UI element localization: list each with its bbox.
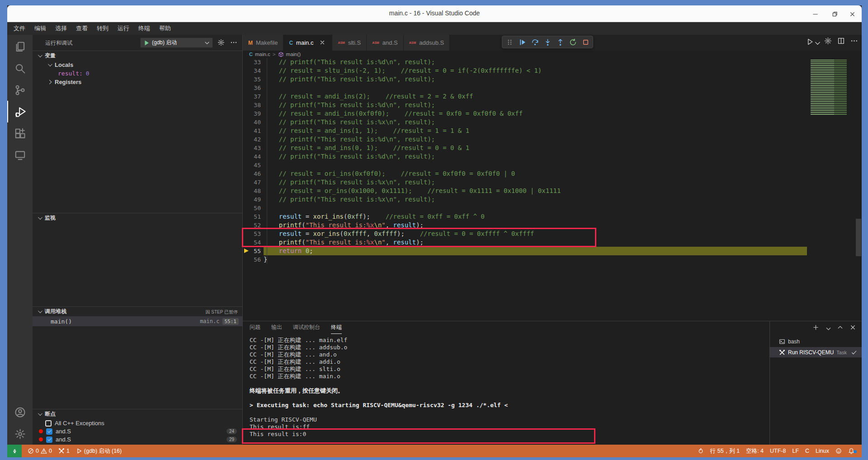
line-number[interactable]: 49 [251, 195, 261, 204]
breakpoint-gutter[interactable] [243, 178, 251, 187]
menu-item[interactable]: 运行 [113, 22, 134, 35]
line-number[interactable]: 34 [251, 66, 261, 75]
line-number[interactable]: 41 [251, 127, 261, 135]
code-line-40[interactable]: 40 // printf("This result is:%x\n", resu… [243, 118, 807, 127]
breakpoint-gutter[interactable] [243, 255, 251, 264]
minimize-button[interactable] [810, 9, 820, 19]
code-line-47[interactable]: 47 // printf("This result is:%x\n", resu… [243, 178, 807, 187]
breakpoint-row[interactable]: and.S29 [33, 435, 242, 444]
maximize-button[interactable] [830, 9, 840, 19]
menu-item[interactable]: 转到 [92, 22, 113, 35]
breakpoint-gutter[interactable] [243, 204, 251, 212]
breakpoints-section-header[interactable]: 断点 [33, 409, 242, 419]
code-line-48[interactable]: 48 // result = or_ins(0x1000, 0x1111); /… [243, 187, 807, 195]
remote-explorer-icon[interactable] [7, 144, 33, 166]
tab-and.S[interactable]: ASMand.S [367, 35, 404, 51]
code-line-33[interactable]: 33 // printf("This result is:%d\n", resu… [243, 58, 807, 66]
scrollbar-thumb[interactable] [856, 219, 861, 256]
continue-icon[interactable] [517, 37, 528, 47]
line-number[interactable]: 33 [251, 58, 261, 66]
terminal-item-task[interactable]: Run RISCV-QEMU Task [770, 347, 862, 357]
checkbox-checked[interactable] [46, 428, 52, 435]
line-number[interactable]: 48 [251, 187, 261, 195]
code-line-37[interactable]: 37 // result = andi_ins(2); //result = 2… [243, 92, 807, 101]
debug-config-dropdown[interactable]: (gdb) 启动 [140, 38, 213, 48]
explorer-icon[interactable] [7, 36, 33, 57]
checkbox-checked[interactable] [46, 437, 52, 443]
os-status[interactable]: Linux [812, 448, 832, 454]
menu-item[interactable]: 终端 [134, 22, 155, 35]
run-or-debug-button[interactable] [806, 38, 819, 46]
menu-item[interactable]: 选择 [51, 22, 71, 35]
code-line-56[interactable]: 56} [243, 255, 807, 264]
split-editor-icon[interactable] [837, 37, 845, 47]
source-control-icon[interactable] [7, 79, 33, 101]
panel-tab-终端[interactable]: 终端 [331, 321, 342, 334]
close-tab-icon[interactable] [319, 39, 326, 47]
restart-icon[interactable] [567, 37, 578, 47]
breakpoint-gutter[interactable] [243, 195, 251, 204]
code-line-42[interactable]: 42 // printf("This result is:%d\n", resu… [243, 135, 807, 144]
minimap[interactable] [807, 58, 855, 321]
tab-Makefile[interactable]: MMakefile [243, 35, 283, 51]
code-line-46[interactable]: 46 // result = ori_ins(0xf0f0); //result… [243, 169, 807, 178]
menu-item[interactable]: 编辑 [30, 22, 51, 35]
breakpoint-gutter[interactable] [243, 92, 251, 101]
editor-scrollbar[interactable] [855, 35, 862, 321]
line-number[interactable]: 45 [251, 161, 261, 169]
breakpoint-gutter[interactable] [243, 58, 251, 66]
code-line-35[interactable]: 35 // printf("This result is:%d\n", resu… [243, 75, 807, 84]
line-number[interactable]: 36 [251, 84, 261, 92]
step-over-icon[interactable] [529, 37, 540, 47]
breadcrumb[interactable]: C main.c > main() [249, 51, 301, 58]
code-line-45[interactable]: 45 [243, 161, 807, 169]
line-number[interactable]: 50 [251, 204, 261, 212]
code-line-50[interactable]: 50 [243, 204, 807, 212]
toolbar-drag-handle[interactable] [504, 37, 515, 47]
menu-item[interactable]: 查看 [71, 22, 92, 35]
breakpoint-gutter[interactable] [243, 187, 251, 195]
watch-section-header[interactable]: 监视 [33, 213, 242, 223]
tab-slti.S[interactable]: ASMslti.S [332, 35, 367, 51]
callstack-section-header[interactable]: 调用堆栈 因 STEP 已暂停 [33, 306, 242, 316]
exception-breakpoint-row[interactable]: All C++ Exceptions [33, 419, 242, 427]
panel-tab-调试控制台[interactable]: 调试控制台 [293, 321, 320, 334]
remote-indicator[interactable] [7, 445, 22, 457]
step-into-icon[interactable] [542, 37, 553, 47]
code-line-55[interactable]: 55 return 0; [243, 247, 807, 255]
breakpoint-gutter[interactable] [243, 212, 251, 221]
code-line-41[interactable]: 41 // result = and_ins(1, 1); //result =… [243, 127, 807, 135]
panel-tab-问题[interactable]: 问题 [250, 321, 260, 334]
checkbox-unchecked[interactable] [45, 420, 52, 427]
code-line-38[interactable]: 38 // printf("This result is:%d\n", resu… [243, 101, 807, 109]
menu-item[interactable]: 帮助 [155, 22, 175, 35]
stop-icon[interactable] [580, 37, 591, 47]
breakpoint-gutter[interactable] [243, 118, 251, 127]
language-status[interactable]: C [802, 448, 812, 454]
line-number[interactable]: 55 [251, 247, 261, 255]
problems-status[interactable]: 0 0 [24, 445, 55, 457]
encoding-status[interactable]: UTF-8 [767, 448, 789, 454]
line-number[interactable]: 46 [251, 169, 261, 178]
breakpoint-gutter[interactable] [243, 75, 251, 84]
search-icon[interactable] [7, 57, 33, 79]
line-number[interactable]: 40 [251, 118, 261, 127]
current-line-arrow[interactable] [243, 247, 251, 255]
breakpoint-gutter[interactable] [243, 101, 251, 109]
breadcrumb-symbol[interactable]: main() [286, 52, 301, 57]
feedback-icon[interactable] [832, 448, 845, 454]
line-number[interactable]: 42 [251, 135, 261, 144]
line-number[interactable]: 39 [251, 109, 261, 118]
registers-tree-item[interactable]: Registers [33, 78, 242, 86]
step-out-icon[interactable] [555, 37, 566, 47]
line-number[interactable]: 51 [251, 212, 261, 221]
panel-tab-输出[interactable]: 输出 [271, 321, 282, 334]
debug-settings-icon[interactable] [217, 39, 225, 47]
line-number[interactable]: 43 [251, 144, 261, 152]
breakpoint-gutter[interactable] [243, 135, 251, 144]
code-line-51[interactable]: 51 result = xori_ins(0xff); //result = 0… [243, 212, 807, 221]
cursor-position-status[interactable]: 行 55，列 1 [707, 447, 743, 455]
run-debug-icon[interactable] [7, 101, 33, 122]
notifications-bell-icon[interactable] [845, 448, 858, 455]
extensions-icon[interactable] [7, 122, 33, 144]
